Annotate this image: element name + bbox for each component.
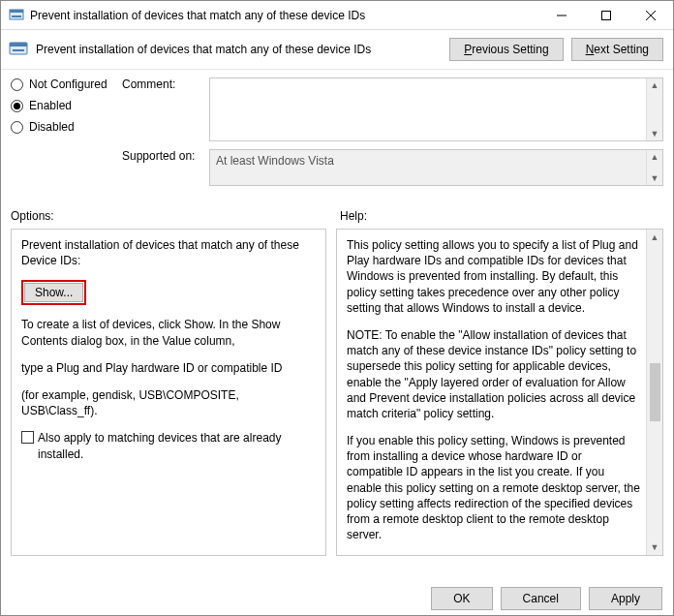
also-apply-label: Also apply to matching devices that are … — [38, 430, 316, 461]
options-heading: Options: — [11, 198, 334, 229]
help-text: This policy setting allows you to specif… — [347, 237, 641, 316]
app-icon — [9, 8, 24, 23]
apply-button[interactable]: Apply — [589, 587, 662, 610]
scroll-down-icon: ▼ — [651, 173, 659, 183]
supported-on-label: Supported on: — [122, 149, 209, 163]
scroll-down-icon: ▼ — [651, 541, 659, 553]
scroll-down-icon: ▼ — [651, 129, 659, 139]
scroll-thumb[interactable] — [650, 363, 660, 421]
options-text: (for example, gendisk, USB\COMPOSITE, US… — [21, 387, 316, 418]
help-text: NOTE: To enable the "Allow installation … — [347, 327, 641, 421]
scroll-up-icon: ▲ — [651, 152, 659, 162]
previous-setting-button[interactable]: Previous Setting — [449, 38, 563, 61]
scroll-up-icon: ▲ — [651, 231, 659, 243]
also-apply-checkbox[interactable] — [21, 431, 34, 444]
radio-disabled[interactable]: Disabled — [11, 120, 122, 134]
radio-enabled[interactable]: Enabled — [11, 99, 122, 112]
supported-on-value: At least Windows Vista ▲▼ — [209, 149, 663, 186]
scrollbar[interactable]: ▲▼ — [646, 78, 662, 140]
svg-rect-2 — [12, 15, 21, 17]
options-text: type a Plug and Play hardware ID or comp… — [21, 360, 316, 376]
cancel-button[interactable]: Cancel — [501, 587, 581, 610]
header-toolbar: Prevent installation of devices that mat… — [1, 30, 673, 70]
help-text: If you enable this policy setting, Windo… — [347, 433, 641, 542]
radio-not-configured[interactable]: Not Configured — [11, 77, 122, 91]
svg-rect-1 — [10, 10, 23, 13]
close-button[interactable] — [628, 1, 673, 30]
help-text: If you disable or do not configure this … — [347, 554, 641, 556]
options-pane-heading: Prevent installation of devices that mat… — [21, 237, 316, 268]
also-apply-checkbox-row[interactable]: Also apply to matching devices that are … — [21, 430, 316, 461]
comment-label: Comment: — [122, 77, 209, 91]
state-radio-group: Not Configured Enabled Disabled — [11, 77, 122, 141]
svg-rect-4 — [602, 11, 611, 19]
next-setting-button[interactable]: Next Setting — [571, 38, 663, 61]
ok-button[interactable]: OK — [431, 587, 492, 610]
options-text: To create a list of devices, click Show.… — [21, 317, 316, 348]
title-bar: Prevent installation of devices that mat… — [1, 1, 673, 30]
help-heading: Help: — [334, 198, 663, 229]
show-button-highlight: Show... — [21, 280, 86, 305]
header-caption: Prevent installation of devices that mat… — [36, 43, 442, 56]
options-pane: Prevent installation of devices that mat… — [11, 229, 326, 556]
window-title: Prevent installation of devices that mat… — [30, 9, 539, 22]
maximize-button[interactable] — [584, 1, 628, 30]
help-pane: This policy setting allows you to specif… — [336, 229, 663, 556]
svg-rect-9 — [13, 49, 24, 51]
policy-icon — [9, 40, 28, 59]
show-button[interactable]: Show... — [24, 283, 83, 302]
help-scrollbar[interactable]: ▲ ▼ — [646, 230, 662, 555]
comment-textarea[interactable]: ▲▼ — [209, 77, 663, 141]
minimize-button[interactable] — [539, 1, 584, 30]
scrollbar: ▲▼ — [646, 150, 662, 185]
svg-rect-8 — [10, 43, 27, 46]
dialog-footer: OK Cancel Apply — [431, 587, 662, 610]
scroll-up-icon: ▲ — [651, 80, 659, 90]
